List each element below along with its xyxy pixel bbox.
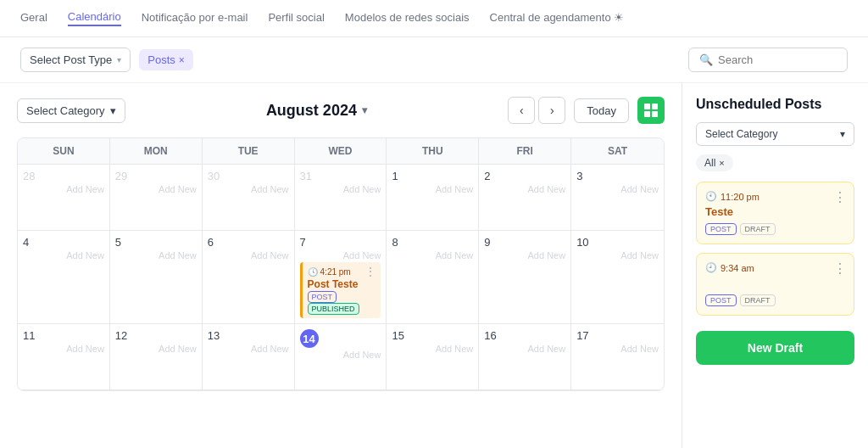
table-row: 6Add New xyxy=(203,231,295,324)
draft-tag: DRAFT xyxy=(740,294,776,306)
top-navigation: Geral Calendário Notificação por e-mail … xyxy=(0,0,868,37)
table-row: 5Add New xyxy=(110,231,203,324)
table-row: 29Add New xyxy=(110,165,203,231)
nav-central[interactable]: Central de agendamento ☀ xyxy=(490,11,625,25)
day-header-thu: THU xyxy=(387,138,479,165)
event-card[interactable]: 🕓 4:21 pm ⋮ Post Teste POST PUBLISHED xyxy=(300,262,381,318)
table-row: 4Add New xyxy=(18,231,110,324)
unscheduled-card: 🕙 11:20 pm Teste POST DRAFT ⋮ xyxy=(696,182,854,244)
post-tag: POST xyxy=(705,294,737,306)
more-icon[interactable]: ⋮ xyxy=(365,266,376,277)
day-header-sat: SAT xyxy=(571,138,664,165)
table-row: 2Add New xyxy=(479,165,571,231)
more-icon[interactable]: ⋮ xyxy=(833,260,847,277)
category-label: Select Category xyxy=(26,104,105,117)
card-title xyxy=(705,277,845,289)
table-row: 13Add New xyxy=(203,324,295,390)
new-draft-button[interactable]: New Draft xyxy=(696,331,854,365)
table-row: 11Add New xyxy=(18,324,110,390)
chevron-down-icon: ▾ xyxy=(362,104,367,116)
card-tags: POST DRAFT xyxy=(705,223,845,235)
next-month-button[interactable]: › xyxy=(538,97,565,124)
chevron-down-icon: ▾ xyxy=(840,128,845,140)
table-row: 12Add New xyxy=(110,324,203,390)
category-select[interactable]: Select Category ▾ xyxy=(17,98,125,123)
table-row: 7 Add New 🕓 4:21 pm ⋮ Post Teste POST PU… xyxy=(295,231,387,324)
close-icon[interactable]: × xyxy=(179,54,185,66)
table-row: 28Add New xyxy=(18,165,110,231)
event-title: Post Teste xyxy=(308,278,376,290)
all-label: All xyxy=(704,157,715,169)
all-filter-badge: All × xyxy=(696,154,854,182)
table-row: 30Add New xyxy=(203,165,295,231)
prev-month-button[interactable]: ‹ xyxy=(508,97,535,124)
clock-icon: 🕙 xyxy=(705,191,717,202)
table-row: 17Add New xyxy=(571,324,664,390)
table-row: 8Add New xyxy=(387,231,479,324)
day-header-mon: MON xyxy=(110,138,203,165)
sidebar-category-select[interactable]: Select Category ▾ xyxy=(696,122,854,146)
day-header-fri: FRI xyxy=(479,138,571,165)
month-title[interactable]: August 2024 ▾ xyxy=(134,102,500,120)
tag-label: Posts xyxy=(147,53,175,66)
calendar-section: Select Category ▾ August 2024 ▾ ‹ › Toda… xyxy=(0,83,682,448)
calendar-body: 28Add New 29Add New 30Add New 31Add New … xyxy=(18,165,664,390)
filter-bar: Select Post Type ▾ Posts × 🔍 xyxy=(0,37,868,83)
day-header-wed: WED xyxy=(295,138,387,165)
post-type-label: Select Post Type xyxy=(30,53,112,66)
table-row: 3Add New xyxy=(571,165,664,231)
day-header-sun: SUN xyxy=(18,138,110,165)
month-nav-arrows: ‹ › xyxy=(508,97,565,124)
search-icon: 🔍 xyxy=(699,53,713,66)
search-box[interactable]: 🔍 xyxy=(688,48,848,72)
main-content: Select Category ▾ August 2024 ▾ ‹ › Toda… xyxy=(0,83,868,448)
posts-tag-badge[interactable]: Posts × xyxy=(139,49,193,70)
card-title: Teste xyxy=(705,205,845,218)
table-row: 14 Add New xyxy=(295,324,387,390)
search-input[interactable] xyxy=(718,53,837,66)
right-sidebar: Unscheduled Posts Select Category ▾ All … xyxy=(682,83,868,448)
nav-modelos[interactable]: Modelos de redes sociais xyxy=(345,11,470,25)
table-row: 16Add New xyxy=(479,324,571,390)
sidebar-category-label: Select Category xyxy=(705,128,777,140)
day-header-tue: TUE xyxy=(203,138,295,165)
more-icon[interactable]: ⋮ xyxy=(833,189,847,205)
card-time: 🕘 9:34 am xyxy=(705,262,845,273)
calendar-header: Select Category ▾ August 2024 ▾ ‹ › Toda… xyxy=(17,97,665,124)
clock-icon: 🕘 xyxy=(705,262,717,273)
sidebar-title: Unscheduled Posts xyxy=(696,97,854,112)
table-row: 9Add New xyxy=(479,231,571,324)
close-icon[interactable]: × xyxy=(719,158,724,168)
card-tags: POST DRAFT xyxy=(705,294,845,306)
table-row: 10Add New xyxy=(571,231,664,324)
post-tag: POST xyxy=(308,291,337,303)
chevron-down-icon: ▾ xyxy=(110,104,116,117)
post-tag: POST xyxy=(705,223,737,235)
chevron-down-icon: ▾ xyxy=(117,55,121,64)
calendar-grid: SUN MON TUE WED THU FRI SAT 28Add New 29… xyxy=(17,137,665,391)
unscheduled-card: 🕘 9:34 am POST DRAFT ⋮ xyxy=(696,253,854,316)
event-tags: POST PUBLISHED xyxy=(308,291,376,315)
table-row: 15Add New xyxy=(387,324,479,390)
nav-perfil[interactable]: Perfil social xyxy=(268,11,324,25)
post-type-select[interactable]: Select Post Type ▾ xyxy=(20,48,131,72)
clock-icon: 🕓 xyxy=(308,267,318,277)
table-row: 31Add New xyxy=(295,165,387,231)
nav-notificacao[interactable]: Notificação por e-mail xyxy=(142,11,248,25)
nav-geral[interactable]: Geral xyxy=(20,11,47,25)
draft-tag: DRAFT xyxy=(740,223,776,235)
calendar-days-header: SUN MON TUE WED THU FRI SAT xyxy=(18,138,664,165)
card-time: 🕙 11:20 pm xyxy=(705,191,845,202)
nav-calendario[interactable]: Calendário xyxy=(68,10,121,26)
published-tag: PUBLISHED xyxy=(308,303,359,315)
grid-icon xyxy=(644,104,658,117)
grid-view-button[interactable] xyxy=(637,97,665,124)
table-row: 1Add New xyxy=(387,165,479,231)
today-button[interactable]: Today xyxy=(574,98,629,123)
